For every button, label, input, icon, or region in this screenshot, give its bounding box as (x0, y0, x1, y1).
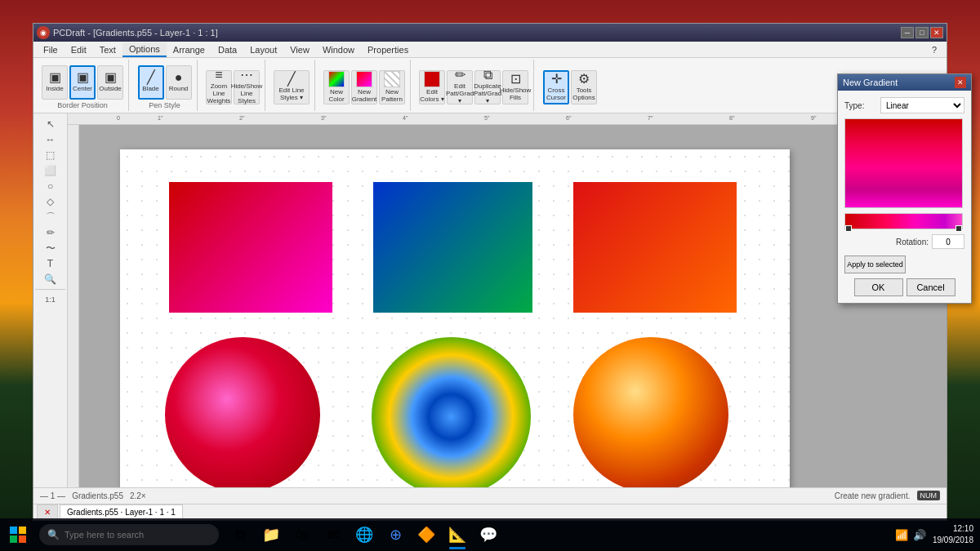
shape-circle-green-yellow[interactable] (372, 337, 531, 487)
new-gradient-swatch (356, 71, 372, 87)
line-styles-icon: ⋯ (240, 69, 253, 82)
menu-layout[interactable]: Layout (243, 43, 283, 56)
ok-button[interactable]: OK (854, 278, 903, 296)
menu-text[interactable]: Text (93, 43, 122, 56)
hide-show-line-styles-button[interactable]: ⋯ Hide/Show Line Styles (234, 70, 260, 104)
menu-data[interactable]: Data (212, 43, 243, 56)
new-color-button[interactable]: New Color (323, 70, 350, 104)
status-bar-top: — 1 — Gradients.p55 2.2× Create new grad… (33, 488, 947, 504)
canvas-area[interactable]: 0 1" 2" 3" 4" 5" 6" 7" 8" 9" 1'0" (68, 113, 947, 487)
scale-indicator[interactable]: 1:1 (38, 292, 64, 307)
tab-label: Gradients.p55 · Layer-1 · 1 · 1 (67, 508, 176, 517)
cross-cursor-button[interactable]: ✛ Cross Cursor (543, 70, 569, 104)
center-button[interactable]: ▣ Center (69, 65, 96, 100)
shape-rect-blue-green[interactable] (373, 182, 532, 313)
canvas-page[interactable] (120, 149, 790, 487)
taskbar-orange-app[interactable]: 🔶 (412, 518, 441, 551)
menu-file[interactable]: File (37, 43, 65, 56)
document-tab[interactable]: Gradients.p55 · Layer-1 · 1 · 1 (60, 504, 183, 519)
gradient-preview-main (844, 118, 963, 208)
new-pattern-button[interactable]: New Pattern (379, 70, 405, 104)
cancel-button[interactable]: Cancel (906, 278, 956, 296)
new-gradient-button[interactable]: New Gradient (351, 70, 377, 104)
zoom-tool[interactable]: 🔍 (38, 272, 64, 287)
rect-tool[interactable]: ⬚ (38, 148, 64, 162)
pen-tool[interactable]: ✏ (38, 225, 64, 240)
minimize-button[interactable]: ─ (901, 27, 914, 38)
dialog-close-button[interactable]: ✕ (955, 77, 966, 88)
menu-bar: File Edit Text Options Arrange Data Layo… (33, 42, 947, 58)
ruler-tick-0: 0 (117, 115, 120, 121)
square-tool[interactable]: ⬜ (38, 163, 64, 178)
maximize-button[interactable]: □ (915, 27, 929, 38)
search-input[interactable] (65, 530, 211, 540)
title-bar: ◉ PCDraft - [Gradients.p55 - Layer-1 · 1… (33, 24, 947, 42)
polygon-tool[interactable]: ◇ (38, 194, 64, 209)
taskbar-file-explorer[interactable]: 📁 (256, 518, 286, 551)
taskbar-wifi[interactable]: 🌐 (350, 518, 379, 551)
ruler-tick-9: 9" (811, 115, 816, 121)
border-position-label: Border Position (57, 101, 108, 111)
text-tool[interactable]: T (38, 256, 64, 271)
duplicate-icon: ⧉ (483, 69, 492, 82)
zoom-line-weights-button[interactable]: ≡ Zoom Line Weights (206, 70, 232, 104)
toolbar: ▣ Inside ▣ Center ▣ Outside Border Posit… (33, 58, 947, 113)
menu-view[interactable]: View (283, 43, 316, 56)
drawing-area[interactable] (79, 125, 947, 487)
edit-line-styles-button[interactable]: ╱ Edit Line Styles ▾ (274, 70, 310, 104)
start-button[interactable] (0, 518, 36, 551)
logo-sq-4 (19, 535, 26, 543)
orange-app-icon: 🔶 (417, 526, 435, 544)
rotation-input[interactable] (932, 234, 964, 249)
shape-circle-red-magenta[interactable] (165, 337, 320, 487)
filename-indicator: Gradients.p55 (72, 491, 123, 500)
menu-edit[interactable]: Edit (65, 43, 93, 56)
hide-show-fills-button[interactable]: ⊡ Hide/Show Fills (502, 70, 528, 104)
gradient-handle-left[interactable] (845, 225, 852, 232)
blade-button[interactable]: ╱ Blade (138, 65, 164, 100)
bezier-tool[interactable]: 〜 (38, 241, 64, 256)
shape-rect-red-orange[interactable] (573, 182, 737, 313)
taskbar-task-view[interactable]: ⧉ (225, 518, 255, 551)
taskbar-mail[interactable]: ✉ (318, 518, 348, 551)
shape-rect-red-magenta[interactable] (169, 182, 332, 313)
taskbar-skype[interactable]: 💬 (474, 518, 503, 551)
move-tool[interactable]: ↔ (38, 132, 64, 147)
toolbar-line-group: ≡ Zoom Line Weights ⋯ Hide/Show Line Sty… (201, 60, 265, 111)
menu-window[interactable]: Window (316, 43, 361, 56)
search-bar[interactable]: 🔍 (39, 524, 219, 545)
taskbar-chrome[interactable]: ⊕ (381, 518, 410, 551)
duplicate-pattgrad-button[interactable]: ⧉ Duplicate Patt/Grad ▾ (474, 70, 501, 104)
tools-options-button[interactable]: ⚙ Tools Options (571, 70, 597, 104)
close-tab-icon[interactable]: ✕ (37, 504, 58, 519)
gradient-handle-right[interactable] (956, 225, 962, 232)
edit-colors-button[interactable]: Edit Colors ▾ (419, 70, 445, 104)
zoom-weights-icon: ≡ (215, 69, 222, 82)
menu-help[interactable]: ? (925, 43, 943, 56)
edit-pattgrad-button[interactable]: ✏ Edit Patt/Grad ▾ (447, 70, 473, 104)
ellipse-tool[interactable]: ○ (38, 179, 64, 193)
type-select[interactable]: Linear Radial Conical Square (880, 97, 964, 113)
outside-button[interactable]: ▣ Outside (97, 65, 123, 100)
search-icon: 🔍 (47, 529, 60, 540)
arc-tool[interactable]: ⌒ (38, 210, 64, 224)
inside-button[interactable]: ▣ Inside (42, 65, 68, 100)
taskbar-pcdraft[interactable]: 📐 (443, 518, 472, 551)
select-tool[interactable]: ↖ (38, 117, 64, 131)
toolbar-border-position: ▣ Inside ▣ Center ▣ Outside Border Posit… (37, 60, 129, 111)
menu-options[interactable]: Options (122, 42, 167, 57)
menu-properties[interactable]: Properties (361, 43, 415, 56)
round-button[interactable]: ● Round (166, 65, 192, 100)
close-button[interactable]: ✕ (930, 27, 943, 38)
main-content: ↖ ↔ ⬚ ⬜ ○ ◇ ⌒ ✏ 〜 T 🔍 1:1 0 1" 2" 3" 4" … (33, 113, 947, 487)
new-color-swatch (328, 71, 345, 87)
toolbar-edit-colors: Edit Colors ▾ ✏ Edit Patt/Grad ▾ ⧉ Dupli… (414, 60, 534, 111)
gradient-preview-bar[interactable] (844, 213, 963, 229)
date-display: 19/09/2018 (933, 535, 973, 546)
taskbar-store[interactable]: 🛍 (287, 518, 317, 551)
apply-to-selected-button[interactable]: Apply to selected (844, 256, 906, 273)
shape-circle-orange[interactable] (573, 337, 728, 487)
menu-arrange[interactable]: Arrange (167, 43, 212, 56)
rotation-row: Rotation: (844, 234, 964, 249)
dialog-title-text: New Gradient (843, 78, 898, 87)
